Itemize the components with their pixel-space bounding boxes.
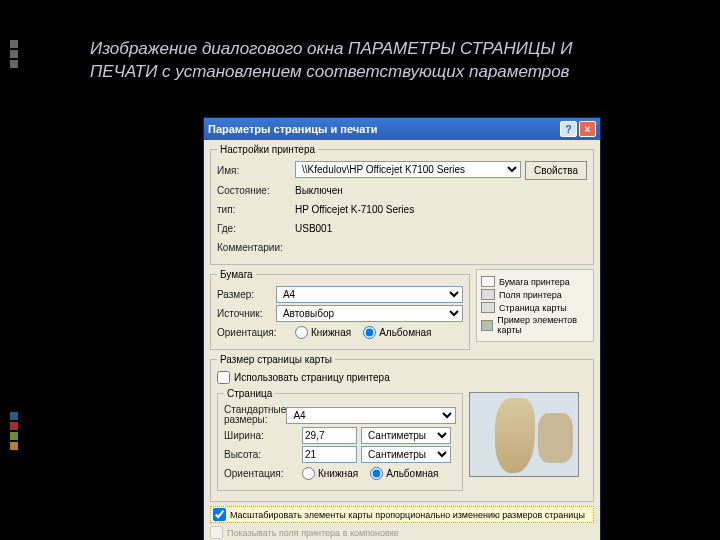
page-landscape-radio[interactable] bbox=[370, 467, 383, 480]
slide-title: Изображение диалогового окна ПАРАМЕТРЫ С… bbox=[0, 0, 720, 92]
page-orient-label: Ориентация: bbox=[224, 468, 302, 479]
map-page-legend: Размер страницы карты bbox=[217, 354, 335, 365]
paper-portrait-radio[interactable] bbox=[295, 326, 308, 339]
paper-group: Бумага Размер:A4 Источник:Автовыбор Орие… bbox=[210, 269, 470, 350]
type-label: тип: bbox=[217, 204, 295, 215]
paper-size-label: Размер: bbox=[217, 289, 276, 300]
map-page-group: Размер страницы карты Использовать стран… bbox=[210, 354, 594, 502]
type-value: HP Officejet K-7100 Series bbox=[295, 204, 587, 215]
paper-source-select[interactable]: Автовыбор bbox=[276, 305, 463, 322]
status-value: Выключен bbox=[295, 185, 587, 196]
titlebar[interactable]: Параметры страницы и печати ? × bbox=[204, 118, 600, 140]
where-value: USB001 bbox=[295, 223, 587, 234]
page-portrait-radio[interactable] bbox=[302, 467, 315, 480]
properties-button[interactable]: Свойства bbox=[525, 161, 587, 180]
status-label: Состояние: bbox=[217, 185, 295, 196]
swatch-mappage-icon bbox=[481, 302, 495, 313]
paper-landscape-radio[interactable] bbox=[363, 326, 376, 339]
std-sizes-select[interactable]: A4 bbox=[286, 407, 456, 424]
paper-size-select[interactable]: A4 bbox=[276, 286, 463, 303]
help-button[interactable]: ? bbox=[560, 121, 577, 137]
height-input[interactable] bbox=[302, 446, 357, 463]
close-button[interactable]: × bbox=[579, 121, 596, 137]
width-units-select[interactable]: Сантиметры bbox=[361, 427, 451, 444]
width-input[interactable] bbox=[302, 427, 357, 444]
height-label: Высота: bbox=[224, 449, 302, 460]
map-page-preview bbox=[469, 392, 579, 477]
page-print-dialog: Параметры страницы и печати ? × Настройк… bbox=[203, 117, 601, 540]
std-sizes-label: Стандартные размеры: bbox=[224, 405, 286, 425]
printer-name-label: Имя: bbox=[217, 165, 295, 176]
legend-box: Бумага принтера Поля принтера Страница к… bbox=[476, 269, 594, 342]
show-margins-checkbox bbox=[210, 526, 223, 539]
paper-source-label: Источник: bbox=[217, 308, 276, 319]
page-subgroup: Страница Стандартные размеры:A4 Ширина: … bbox=[217, 388, 463, 491]
printer-settings-group: Настройки принтера Имя: \\Kfedulov\HP Of… bbox=[210, 144, 594, 265]
height-units-select[interactable]: Сантиметры bbox=[361, 446, 451, 463]
swatch-margins-icon bbox=[481, 289, 495, 300]
slide-accent-dots-top bbox=[10, 38, 20, 70]
swatch-paper-icon bbox=[481, 276, 495, 287]
printer-settings-legend: Настройки принтера bbox=[217, 144, 318, 155]
where-label: Где: bbox=[217, 223, 295, 234]
use-printer-page-checkbox[interactable] bbox=[217, 371, 230, 384]
width-label: Ширина: bbox=[224, 430, 302, 441]
printer-name-select[interactable]: \\Kfedulov\HP Officejet K7100 Series bbox=[295, 161, 521, 178]
dialog-title: Параметры страницы и печати bbox=[208, 123, 558, 135]
swatch-sample-icon bbox=[481, 320, 493, 331]
scale-elements-checkbox[interactable] bbox=[213, 508, 226, 521]
comment-label: Комментарии: bbox=[217, 242, 295, 253]
paper-legend: Бумага bbox=[217, 269, 256, 280]
paper-orient-label: Ориентация: bbox=[217, 327, 295, 338]
slide-accent-dots-bottom bbox=[10, 410, 20, 452]
